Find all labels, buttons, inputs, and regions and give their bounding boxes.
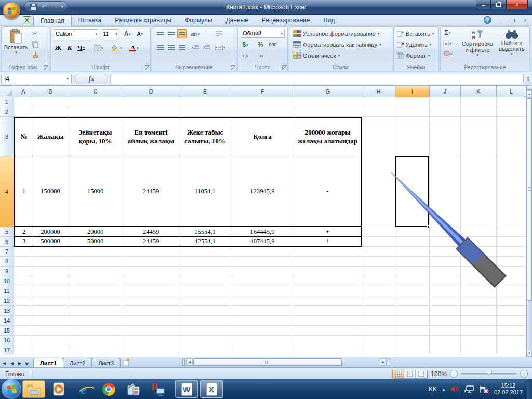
cell-C8[interactable] <box>68 257 123 267</box>
cell-D11[interactable] <box>123 286 179 296</box>
cell-I1[interactable] <box>395 97 430 107</box>
row-header-16[interactable]: 16 <box>0 336 14 345</box>
cell-D3[interactable]: Ең төменгі айлық жалақы <box>123 117 179 156</box>
cell-K15[interactable] <box>461 326 497 336</box>
cell-L2[interactable] <box>497 107 526 117</box>
cell-E16[interactable] <box>179 336 231 345</box>
restore-button[interactable] <box>491 0 506 9</box>
delete-cells-button[interactable]: Удалить▾ <box>395 39 437 50</box>
cell-E15[interactable] <box>179 326 231 336</box>
column-header-B[interactable]: B <box>33 86 68 97</box>
cut-button[interactable]: ✂ <box>31 29 40 38</box>
cell-I10[interactable] <box>395 276 430 286</box>
cell-E6[interactable]: 42554,1 <box>179 237 231 247</box>
scroll-left-button[interactable]: ◀ <box>186 358 193 366</box>
cell-H6[interactable] <box>362 237 395 247</box>
column-header-L[interactable]: L <box>497 86 526 97</box>
cell-E12[interactable] <box>179 296 231 306</box>
italic-button[interactable]: К <box>65 43 74 52</box>
decrease-decimal-button[interactable]: ,00 <box>256 51 265 60</box>
cell-C12[interactable] <box>68 296 123 306</box>
cell-J8[interactable] <box>430 257 461 267</box>
cell-L5[interactable] <box>497 227 526 237</box>
cell-I7[interactable] <box>395 247 430 257</box>
taskbar-radmin-button[interactable]: R <box>147 380 170 398</box>
minimize-button[interactable]: – <box>476 0 491 9</box>
cell-E4[interactable]: 11054,1 <box>179 156 231 227</box>
cell-L12[interactable] <box>497 296 526 306</box>
cell-E3[interactable]: Жеке табыс салығы, 10% <box>179 117 231 156</box>
cell-A11[interactable] <box>14 286 33 296</box>
clipboard-dialog-launcher[interactable] <box>44 65 48 70</box>
cell-L8[interactable] <box>497 257 526 267</box>
cell-B8[interactable] <box>33 257 68 267</box>
cell-B13[interactable] <box>33 306 68 316</box>
tab-Данные[interactable]: Данные <box>219 15 255 26</box>
clock[interactable]: 15:1202.02.2017 <box>494 382 525 396</box>
sheet-tab-Лист1[interactable]: Лист1 <box>33 358 63 367</box>
expand-formula-bar-button[interactable]: ▾▾ <box>525 74 531 84</box>
taskbar-ie-button[interactable]: e <box>72 380 95 398</box>
cell-F15[interactable] <box>231 326 294 336</box>
increase-decimal-button[interactable]: +,0 <box>241 51 250 60</box>
cell-G6[interactable]: + <box>294 237 362 247</box>
decrease-indent-button[interactable] <box>191 43 200 52</box>
tab-Формулы[interactable]: Формулы <box>178 15 219 26</box>
cell-A8[interactable] <box>14 257 33 267</box>
cell-L15[interactable] <box>497 326 526 336</box>
select-all-corner[interactable] <box>0 86 14 97</box>
cell-I4[interactable] <box>395 156 430 227</box>
cell-K11[interactable] <box>461 286 497 296</box>
cell-D12[interactable] <box>123 296 179 306</box>
help-button[interactable]: ? <box>484 16 491 24</box>
cell-A15[interactable] <box>14 326 33 336</box>
cell-L10[interactable] <box>497 276 526 286</box>
cell-E17[interactable] <box>179 345 231 355</box>
next-sheet-button[interactable]: ▶ <box>16 359 23 367</box>
cell-E11[interactable] <box>179 286 231 296</box>
cell-H4[interactable] <box>362 156 395 227</box>
cell-K5[interactable] <box>461 227 497 237</box>
cell-B10[interactable] <box>33 276 68 286</box>
cell-C6[interactable]: 50000 <box>68 237 123 247</box>
cell-K1[interactable] <box>461 97 497 107</box>
increase-indent-button[interactable] <box>202 43 211 52</box>
row-header-3[interactable]: 3 <box>0 117 14 156</box>
cell-H11[interactable] <box>362 286 395 296</box>
row-header-17[interactable]: 17 <box>0 345 14 355</box>
cell-F5[interactable]: 164445,9 <box>231 227 294 237</box>
cell-I17[interactable] <box>395 345 430 355</box>
row-header-6[interactable]: 6 <box>0 237 14 247</box>
align-bottom-button[interactable] <box>177 29 187 38</box>
cell-I13[interactable] <box>395 306 430 316</box>
cell-G13[interactable] <box>294 306 362 316</box>
sort-filter-button[interactable]: АЯ Сортировка и фильтр ▾ <box>460 29 495 57</box>
cell-F8[interactable] <box>231 257 294 267</box>
close-button[interactable]: × <box>506 0 528 9</box>
cell-G4[interactable]: - <box>294 156 362 227</box>
cell-C4[interactable]: 15000 <box>68 156 123 227</box>
align-right-button[interactable] <box>177 43 187 52</box>
row-header-4[interactable]: 4 <box>0 156 14 227</box>
underline-button[interactable]: Ч▾ <box>76 43 86 52</box>
cell-F12[interactable] <box>231 296 294 306</box>
cell-J14[interactable] <box>430 316 461 326</box>
vertical-scroll-thumb[interactable] <box>527 98 532 301</box>
action-center-button[interactable] <box>480 385 488 393</box>
row-header-1[interactable]: 1 <box>0 97 14 107</box>
cell-H2[interactable] <box>362 107 395 117</box>
cell-I3[interactable] <box>395 117 430 156</box>
cell-D7[interactable] <box>123 247 179 257</box>
cell-L16[interactable] <box>497 336 526 345</box>
taskbar-chrome-button[interactable] <box>97 380 120 398</box>
cell-A12[interactable] <box>14 296 33 306</box>
currency-button[interactable]: $▾ <box>241 40 250 49</box>
cell-K3[interactable] <box>461 117 497 156</box>
cell-B6[interactable]: 500000 <box>33 237 68 247</box>
cell-E14[interactable] <box>179 316 231 326</box>
first-sheet-button[interactable]: |◀ <box>0 359 8 367</box>
cell-I8[interactable] <box>395 257 430 267</box>
row-header-8[interactable]: 8 <box>0 257 14 267</box>
cell-A2[interactable] <box>14 107 33 117</box>
cell-K2[interactable] <box>461 107 497 117</box>
